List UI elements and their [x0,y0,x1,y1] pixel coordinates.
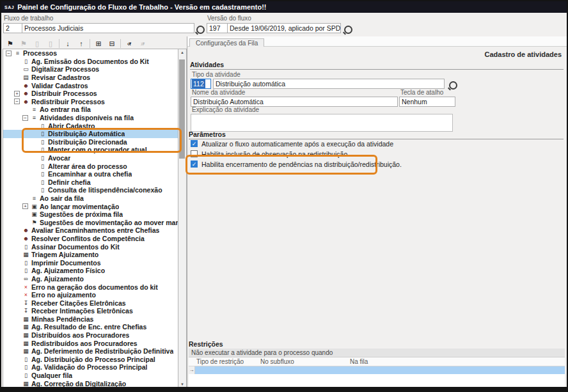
version-search-icon[interactable] [344,26,352,34]
tree-item[interactable]: ▯Avocar [3,154,178,162]
activity-icon: ▯ [38,123,47,129]
person-icon: ☻ [22,90,30,97]
tree-item[interactable]: ▯Imprimir Documentos [3,258,178,267]
document-flag-icon: ▯ [22,356,30,363]
tree-item[interactable]: ▯Ag. Distribuição do Processo Principal [3,356,178,364]
tree-scrollbar[interactable]: ▲ ▼ [178,49,187,388]
tree-item[interactable]: ▯Ag. Emissão dos Documentos do Kit [3,58,178,66]
workflow-number-field[interactable]: 2 [3,23,24,33]
tree-item[interactable]: ▯Encaminhar a outra chefia [3,170,178,178]
restrictions-selected-row[interactable]: → [189,366,565,374]
parameter-row: ✓Atualizar o fluxo automaticamente após … [191,139,393,148]
tree-item[interactable]: ▯Distribuição Automática [3,130,178,138]
tree-item[interactable]: ▯Ag. Validação do Processo Principal [3,363,178,372]
move-down-button[interactable]: ↓ [61,38,74,49]
tree-item-label: Alterar área do processo [48,162,127,170]
tree-item[interactable]: ▯Manter com o procurador atual [3,146,178,154]
tree-item[interactable]: −≡Processos [3,49,178,58]
tree-item[interactable]: ↧Receber Citações Eletrônicas [3,299,178,307]
chevron-down-icon: ▾ [143,41,145,46]
tree-item[interactable]: ▦Triagem Ajuizamento [3,251,178,259]
tipo-atividade-name-field[interactable]: Distribuição automática [213,79,445,89]
tree-item[interactable]: −☻Redistribuir Processos [3,98,178,106]
tree-item[interactable]: ≡Ao sair da fila [3,194,178,203]
navigate-back-button[interactable]: «▾ [123,38,136,49]
parameter-checkbox[interactable]: ✓ [191,161,198,168]
expand-toggle[interactable]: − [14,98,20,104]
tree-item[interactable]: ▦Redistribuídos aos Procuradores [3,339,178,347]
tree-item[interactable]: ≡Ao entrar na fila [3,106,178,114]
expand-toggle[interactable]: + [14,91,20,97]
tree-item-label: Consulta de litispendência/conexão [48,186,162,194]
tree-item[interactable]: ☻Resolver Conflitos de Competência [3,235,178,243]
tree-item[interactable]: ▣Sugestões de próxima fila [3,210,178,219]
version-info-field[interactable]: Desde 19/06/2019, aplicado por SPDENISE [227,23,341,33]
window-bottom-edge [1,387,567,391]
tree-item-label: Avaliar Encaminhamentos entre Chefias [31,226,159,234]
hierarchy-icon: ⊟ [109,40,114,48]
parameter-checkbox[interactable] [191,150,198,157]
version-number-field[interactable]: 197 [207,23,228,33]
parameter-row: ✓Habilita encerramento de pendências na … [191,160,402,168]
explicacao-textarea[interactable] [191,114,453,132]
workflow-name-field[interactable]: Processos Judiciais [22,23,194,33]
tipo-atividade-label: Tipo da atividade [192,71,241,78]
tree-item[interactable]: ☻Avaliar Encaminhamentos entre Chefias [3,226,178,235]
grid-icon: ▦ [22,251,30,258]
tree-item[interactable]: ▯Abrir Cadastro [3,122,178,130]
tree-item-label: Minhas Pendências [31,315,93,323]
scroll-up-icon[interactable]: ▲ [178,51,186,54]
tree-item[interactable]: ×Erro no ajuizamento [3,291,178,299]
activity-icon: ▯ [38,146,47,153]
tree-item[interactable]: ▭Digitalizar Processos [3,65,178,74]
title-bar: SAJ Painel de Configuração do Fluxo de T… [1,1,567,13]
document-flag-icon: ▯ [22,260,30,266]
tree-item[interactable]: ▯Definir chefia [3,178,178,187]
tipo-atividade-search-icon[interactable] [449,81,457,90]
parameter-checkbox[interactable]: ✓ [191,140,198,147]
next-queue-icon: ▣ [30,211,38,217]
copy-structure-button[interactable]: ⊞ [92,38,105,49]
tree-item-label: Receber Intimações Eletrônicas [31,307,133,315]
tree-item[interactable]: ▦Minhas Pendências [3,315,178,324]
tree-item[interactable]: ▤Revisar Cadastros [3,74,178,82]
tree-item[interactable]: ▯Distribuição Direcionada [3,138,178,146]
expand-toggle[interactable]: − [6,51,12,56]
tree-item[interactable]: ▯Qualquer fila [3,372,178,380]
tree-item[interactable]: ▦Ag. Deferimento de Redistribuição Defin… [3,347,178,356]
tree-item[interactable]: −≡Atividades disponíveis na fila [3,114,178,122]
scrollbar-thumb[interactable] [179,59,185,159]
hierarchy-button[interactable]: ⊟ [106,38,118,49]
tree-item[interactable]: +☻Distribuir Processos [3,90,178,98]
tecla-atalho-field[interactable]: Nenhum [399,97,455,107]
tree-item[interactable]: ☻Validar Cadastros [3,81,178,90]
tipo-atividade-code-field[interactable]: 112 [191,79,211,89]
tree-item-label: Ao sair da fila [40,194,84,202]
tree-item[interactable]: ▯Assinar Documentos do Kit [3,242,178,251]
add-queue-button[interactable]: ⚑ [4,38,17,49]
move-up-button[interactable]: ↑ [75,38,88,49]
tree-item-label: Receber Citações Eletrônicas [31,299,126,307]
tree-item[interactable]: ∞Ag. Ajuizamento [3,275,178,283]
scroll-down-icon[interactable]: ▼ [178,382,186,386]
empty-restriction-row[interactable] [195,366,565,374]
tree-item[interactable]: ×Erro na geração dos documentos do kit [3,283,178,291]
tree-item[interactable]: ↧Receber Intimações Eletrônicas [3,307,178,315]
tree-item[interactable]: ▯Alterar área do processo [3,162,178,170]
tree-item[interactable]: ▯Ag. Ajuizamento Físico [3,267,178,275]
workflow-search-icon[interactable] [196,26,205,34]
tree-item-label: Sugestões de movimentação ao mover manua… [40,219,178,226]
expand-toggle[interactable]: + [22,203,28,209]
tree-item-label: Ag. Ajuizamento [31,275,84,283]
tree-item[interactable]: ▦Distribuídos aos Procuradores [3,331,178,340]
tree-item[interactable]: ▯Consulta de litispendência/conexão [3,186,178,194]
tree-item-label: Imprimir Documentos [31,259,101,267]
tree-item[interactable]: ⚑Sugestões de movimentação ao mover manu… [3,218,178,226]
expand-toggle[interactable]: − [22,115,28,121]
nome-atividade-field[interactable]: Distribuição Automática [191,97,398,107]
tree-item-label: Avocar [48,154,70,162]
tree-item[interactable]: ▦Ag. Resultado de Enc. entre Chefias [3,323,178,331]
tree-item-label: Manter com o procurador atual [48,146,147,153]
tree-item[interactable]: +▣Ao lançar movimentação [3,202,178,210]
flag-doc-icon: ⚑ [20,40,27,48]
